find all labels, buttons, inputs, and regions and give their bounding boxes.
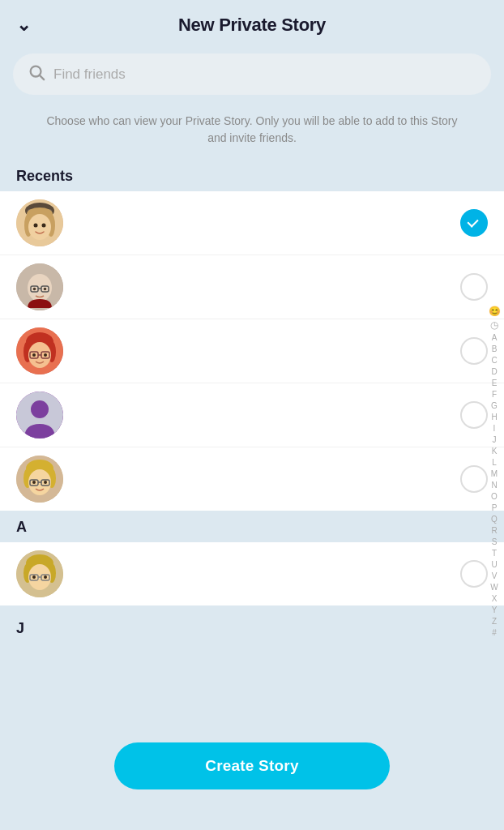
list-item[interactable] xyxy=(0,191,504,255)
header: ⌄ New Private Story xyxy=(0,0,504,47)
alpha-l[interactable]: L xyxy=(488,457,501,468)
description-text: Choose who can view your Private Story. … xyxy=(0,105,504,160)
svg-point-27 xyxy=(44,353,47,357)
alpha-a[interactable]: A xyxy=(488,332,501,343)
svg-point-48 xyxy=(32,575,36,579)
list-item[interactable] xyxy=(0,255,504,319)
create-story-button[interactable]: Create Story xyxy=(114,742,390,789)
create-story-btn-container: Create Story xyxy=(114,742,390,789)
avatar xyxy=(16,199,63,246)
avatar xyxy=(16,263,63,310)
svg-point-38 xyxy=(32,481,36,484)
alpha-d[interactable]: D xyxy=(488,366,501,377)
contact-checkbox[interactable] xyxy=(460,560,488,588)
main-content: 😊 ◷ A B C D E F G H I J K L M N O P Q R … xyxy=(0,160,504,644)
avatar xyxy=(16,456,63,503)
avatar xyxy=(16,391,63,439)
list-item[interactable] xyxy=(0,319,504,383)
alphabet-index[interactable]: 😊 ◷ A B C D E F G H I J K L M N O P Q R … xyxy=(488,306,501,638)
list-item[interactable] xyxy=(0,447,504,511)
alpha-k[interactable]: K xyxy=(488,446,501,456)
svg-point-16 xyxy=(33,288,36,291)
alpha-s[interactable]: S xyxy=(488,537,501,547)
recents-section-label: Recents xyxy=(0,160,504,191)
avatar xyxy=(16,550,63,597)
contact-checkbox[interactable] xyxy=(460,337,488,365)
svg-line-1 xyxy=(40,75,44,79)
recents-list xyxy=(0,191,504,511)
contact-checkbox[interactable] xyxy=(460,465,488,493)
alpha-hash[interactable]: # xyxy=(488,627,501,638)
alpha-i[interactable]: I xyxy=(488,423,501,434)
alpha-j[interactable]: J xyxy=(488,434,501,445)
svg-point-49 xyxy=(44,575,47,579)
back-chevron-icon[interactable]: ⌄ xyxy=(16,15,31,36)
svg-point-29 xyxy=(31,400,49,418)
alpha-x[interactable]: X xyxy=(488,593,501,604)
alpha-q[interactable]: Q xyxy=(488,514,501,524)
search-icon xyxy=(28,63,45,85)
alpha-b[interactable]: B xyxy=(488,344,501,354)
svg-point-10 xyxy=(42,224,46,228)
alpha-c[interactable]: C xyxy=(488,355,501,366)
alpha-p[interactable]: P xyxy=(488,503,501,513)
page-title: New Private Story xyxy=(178,15,326,36)
alpha-recents-icon[interactable]: ◷ xyxy=(488,319,501,332)
search-placeholder: Find friends xyxy=(53,66,126,83)
alpha-o[interactable]: O xyxy=(488,491,501,502)
alpha-z[interactable]: Z xyxy=(488,616,501,627)
alpha-t[interactable]: T xyxy=(488,548,501,558)
alpha-n[interactable]: N xyxy=(488,480,501,490)
svg-point-26 xyxy=(32,353,36,357)
a-section-list xyxy=(0,542,504,605)
alpha-emoji-icon[interactable]: 😊 xyxy=(488,306,501,319)
alpha-g[interactable]: G xyxy=(488,400,501,411)
search-bar[interactable]: Find friends xyxy=(13,53,491,95)
avatar xyxy=(16,327,63,374)
list-item[interactable] xyxy=(0,383,504,447)
alpha-u[interactable]: U xyxy=(488,559,501,570)
j-section-label: J xyxy=(0,612,504,644)
a-section-label: A xyxy=(0,511,504,542)
search-container: Find friends xyxy=(0,47,504,105)
svg-point-39 xyxy=(44,481,47,484)
svg-point-17 xyxy=(44,288,47,291)
svg-point-8 xyxy=(28,214,51,240)
svg-point-9 xyxy=(34,224,38,228)
contact-checkbox[interactable] xyxy=(460,209,488,237)
alpha-e[interactable]: E xyxy=(488,378,501,388)
alpha-m[interactable]: M xyxy=(488,468,501,479)
alpha-v[interactable]: V xyxy=(488,571,501,581)
list-item[interactable] xyxy=(0,542,504,605)
alpha-w[interactable]: W xyxy=(488,582,501,593)
contact-checkbox[interactable] xyxy=(460,273,488,301)
contact-checkbox[interactable] xyxy=(460,401,488,429)
alpha-y[interactable]: Y xyxy=(488,605,501,615)
alpha-r[interactable]: R xyxy=(488,525,501,536)
alpha-h[interactable]: H xyxy=(488,412,501,422)
alpha-f[interactable]: F xyxy=(488,389,501,400)
